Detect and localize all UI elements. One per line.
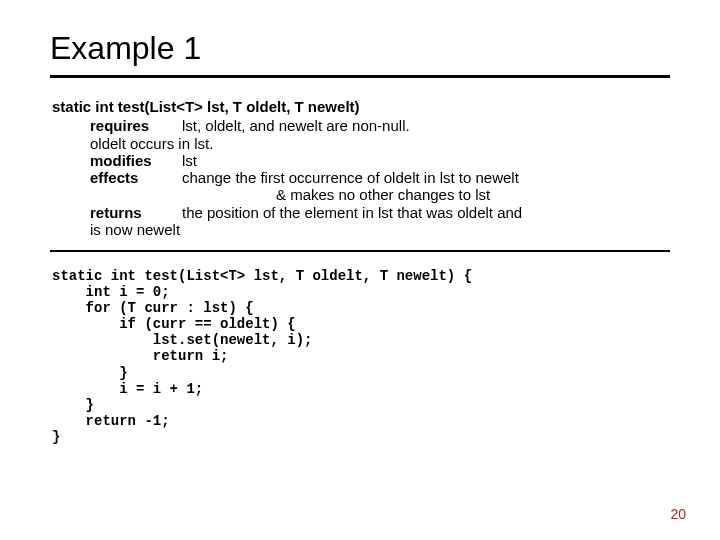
specification-block: static int test(List<T> lst, T oldelt, T… — [50, 98, 670, 238]
returns-text: the position of the element in lst that … — [182, 204, 670, 221]
method-signature: static int test(List<T> lst, T oldelt, T… — [52, 98, 670, 115]
effects-row: effects change the first occurrence of o… — [52, 169, 670, 186]
code-listing: static int test(List<T> lst, T oldelt, T… — [50, 268, 670, 445]
modifies-row: modifies lst — [52, 152, 670, 169]
returns-continuation: is now newelt — [52, 221, 670, 238]
modifies-text: lst — [182, 152, 670, 169]
effects-continuation: & makes no other changes to lst — [52, 186, 670, 203]
slide-title: Example 1 — [50, 30, 670, 67]
effects-text: change the first occurrence of oldelt in… — [182, 169, 670, 186]
title-divider — [50, 75, 670, 78]
requires-continuation: oldelt occurs in lst. — [52, 135, 670, 152]
modifies-label: modifies — [90, 152, 182, 169]
requires-row: requires lst, oldelt, and newelt are non… — [52, 117, 670, 134]
returns-label: returns — [90, 204, 182, 221]
effects-label: effects — [90, 169, 182, 186]
slide-content: Example 1 static int test(List<T> lst, T… — [0, 0, 720, 465]
section-divider — [50, 250, 670, 252]
requires-label: requires — [90, 117, 182, 134]
requires-text: lst, oldelt, and newelt are non-null. — [182, 117, 670, 134]
page-number: 20 — [670, 506, 686, 522]
returns-row: returns the position of the element in l… — [52, 204, 670, 221]
